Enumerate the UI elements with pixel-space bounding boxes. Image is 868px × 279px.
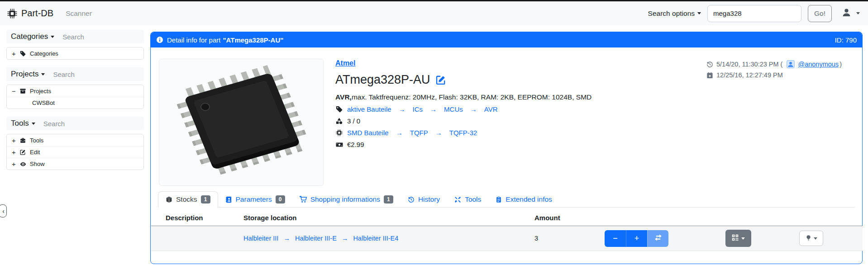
tree-item-label: Tools xyxy=(30,137,43,144)
avatar-icon xyxy=(787,60,795,68)
stock-summary-value: 3 / 0 xyxy=(347,117,360,125)
increment-stock-button[interactable]: + xyxy=(626,230,647,247)
tab-shopping-informations[interactable]: Shopping informations 1 xyxy=(292,192,401,207)
tab-stocks[interactable]: Stocks 1 xyxy=(158,191,218,208)
description-text: max. Taktfrequenz: 20MHz, Flash: 32KB, R… xyxy=(352,93,591,101)
category-link[interactable]: aktive Bauteile xyxy=(347,105,391,113)
tree-item-edit[interactable]: + Edit xyxy=(7,146,143,158)
label-qr-dropdown-button[interactable] xyxy=(725,230,751,247)
projects-search-input[interactable] xyxy=(53,71,121,78)
navbar: Part-DB Scanner Search options Go! xyxy=(0,1,868,25)
stock-table: Description Storage location Amount Halb… xyxy=(151,209,863,251)
sidebar: Categories + Categories xyxy=(6,30,144,178)
part-name-title: ATmega328P-AU xyxy=(335,73,430,87)
categories-dropdown[interactable]: Categories xyxy=(11,32,54,41)
expand-icon[interactable]: + xyxy=(11,148,16,156)
collapse-node-icon[interactable]: − xyxy=(11,87,16,95)
footprint-link[interactable]: SMD Bauteile xyxy=(347,129,389,137)
nav-link-scanner[interactable]: Scanner xyxy=(66,9,92,18)
tree-item-label: Projects xyxy=(30,88,51,95)
archive-box-icon xyxy=(20,88,26,94)
tree-item-categories[interactable]: + Categories xyxy=(7,47,143,59)
tools-search-input[interactable] xyxy=(43,120,111,128)
user-menu[interactable] xyxy=(842,8,860,19)
last-modified-line: 5/14/20, 11:30:23 PM ( @anonymous ) xyxy=(706,60,842,68)
tree-item-label: CWSBot xyxy=(32,99,55,106)
sidebar-collapse-button[interactable]: ‹ xyxy=(0,204,7,218)
tab-parameters[interactable]: Parameters 0 xyxy=(218,192,292,207)
projects-dropdown[interactable]: Projects xyxy=(11,70,45,79)
stock-stepper: − + xyxy=(605,230,669,247)
chevron-down-icon xyxy=(697,12,701,14)
tab-extended-infos[interactable]: Extended infos xyxy=(488,192,559,207)
manufacturer-link[interactable]: Atmel xyxy=(335,59,355,67)
modified-user-link[interactable]: @anonymous xyxy=(798,61,839,68)
storage-location-link[interactable]: Halbleiter III xyxy=(243,235,278,242)
chip-render xyxy=(163,63,319,182)
column-header-amount: Amount xyxy=(534,214,605,222)
part-image[interactable] xyxy=(159,59,324,186)
header-part-name: "ATmega328P-AU" xyxy=(223,36,283,44)
expand-icon[interactable]: + xyxy=(11,137,16,144)
tools-title: Tools xyxy=(11,119,29,128)
part-id-label: ID: 790 xyxy=(835,36,857,44)
tree-item-label: Show xyxy=(30,161,45,167)
modified-timestamp: 5/14/20, 11:30:23 PM ( xyxy=(716,61,782,68)
tab-history[interactable]: History xyxy=(401,192,447,207)
arrow-right-icon xyxy=(430,105,437,113)
misc-actions-cell xyxy=(799,231,863,246)
expand-icon[interactable]: + xyxy=(11,160,16,168)
tab-label: History xyxy=(418,195,440,203)
sidebar-section-tools: Tools + Tools + xyxy=(6,117,144,170)
tab-label: Tools xyxy=(465,195,481,203)
decrement-stock-button[interactable]: − xyxy=(605,230,626,247)
tab-label: Parameters xyxy=(236,195,272,203)
footprint-link[interactable]: TQFP xyxy=(410,129,428,137)
lightbulb-dropdown-button[interactable] xyxy=(799,231,823,246)
tab-count-badge: 1 xyxy=(384,195,393,203)
go-button[interactable]: Go! xyxy=(808,5,832,22)
sidebar-section-projects: Projects − Projects xyxy=(6,67,144,109)
edit-icon xyxy=(20,149,26,155)
tab-label: Shopping informations xyxy=(310,195,380,203)
price-row: €2.99 xyxy=(335,141,591,148)
edit-part-button[interactable] xyxy=(436,75,446,85)
footprint-link[interactable]: TQFP-32 xyxy=(449,129,477,137)
categories-search-input[interactable] xyxy=(62,33,130,41)
created-timestamp: 12/25/16, 12:27:49 PM xyxy=(716,71,783,79)
tree-item-projects[interactable]: − Projects xyxy=(7,85,143,97)
tag-icon xyxy=(20,51,26,57)
tree-item-cwsbot[interactable]: CWSBot xyxy=(7,97,143,109)
stock-table-header: Description Storage location Amount xyxy=(151,209,863,226)
column-header-storage-location: Storage location xyxy=(243,214,534,222)
arrow-right-icon xyxy=(396,129,403,137)
stock-table-row: Halbleiter III Halbleiter III-E Halbleit… xyxy=(151,226,863,251)
category-link[interactable]: ICs xyxy=(413,105,423,113)
projects-title: Projects xyxy=(11,70,38,79)
tab-tools[interactable]: Tools xyxy=(447,192,488,207)
category-link[interactable]: MCUs xyxy=(444,105,463,113)
move-stock-button[interactable] xyxy=(647,230,668,247)
history-icon xyxy=(408,196,415,203)
tree-item-tools[interactable]: + Tools xyxy=(7,134,143,146)
expand-icon[interactable]: + xyxy=(11,50,16,57)
projects-section-header: Projects xyxy=(6,67,144,81)
exchange-arrows-icon xyxy=(654,234,662,243)
tree-item-show[interactable]: + Show xyxy=(7,158,143,170)
category-link[interactable]: AVR xyxy=(484,105,498,113)
categories-tree: + Categories xyxy=(6,47,144,60)
storage-location-link[interactable]: Halbleiter III-E xyxy=(295,235,337,242)
description-lead: AVR, xyxy=(335,93,352,101)
page: Part-DB Scanner Search options Go! xyxy=(0,0,868,279)
brand-link[interactable]: Part-DB xyxy=(7,8,53,19)
search-input[interactable] xyxy=(707,5,801,22)
storage-location-link[interactable]: Halbleiter III-E4 xyxy=(353,235,398,242)
history-icon xyxy=(706,61,713,68)
qr-code-icon xyxy=(732,234,739,242)
shapes-icon xyxy=(335,118,343,124)
tools-dropdown[interactable]: Tools xyxy=(11,119,35,128)
part-detail-card: Detail info for part "ATmega328P-AU" ID:… xyxy=(150,32,863,264)
search-options-dropdown[interactable]: Search options xyxy=(648,9,701,18)
money-bill-icon xyxy=(335,141,343,148)
tools-section-header: Tools xyxy=(6,117,144,130)
